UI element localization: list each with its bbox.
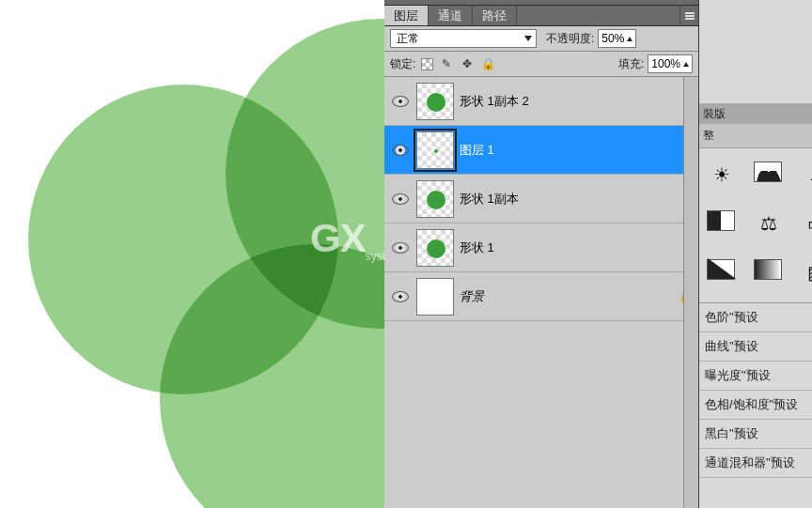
tab-adjustments[interactable]: 整 xyxy=(699,124,812,148)
layer-row[interactable]: 形状 1副本 xyxy=(384,175,698,223)
dropdown-icon xyxy=(524,36,532,41)
gradient-icon[interactable] xyxy=(754,259,782,280)
visibility-eye-icon[interactable] xyxy=(392,96,409,107)
blend-row: 正常 不透明度: 50% xyxy=(384,26,698,52)
adjustments-grid: ☀ ⟋ ⚖ ▭ ▨ xyxy=(699,148,812,303)
layer-thumbnail[interactable] xyxy=(416,278,454,316)
visibility-eye-icon[interactable] xyxy=(392,145,409,156)
layer-thumbnail[interactable] xyxy=(416,180,454,218)
tab-layers[interactable]: 图层 xyxy=(384,6,429,25)
tab-paths[interactable]: 路径 xyxy=(473,6,517,25)
layer-thumbnail[interactable] xyxy=(416,229,454,267)
layer-name-label[interactable]: 形状 1副本 xyxy=(460,191,519,208)
layer-row[interactable]: 图层 1 xyxy=(384,126,698,175)
preset-item[interactable]: 色相/饱和度"预设 xyxy=(699,391,812,420)
layer-name-label[interactable]: 背景 xyxy=(460,288,484,305)
panel-tabs: 图层 通道 路径 xyxy=(384,6,698,26)
curves-icon[interactable]: ⟋ xyxy=(801,162,812,188)
stepper-icon xyxy=(683,62,689,67)
layer-thumbnail[interactable] xyxy=(416,131,454,169)
right-panels: 裝版 整 ☀ ⟋ ⚖ ▭ ▨ 色阶"预设曲线"预设曝光度"预设色相/饱和度"预设… xyxy=(698,0,812,508)
threshold-icon[interactable] xyxy=(707,259,735,280)
preset-item[interactable]: 色阶"预设 xyxy=(699,303,812,332)
layer-name-label[interactable]: 图层 1 xyxy=(460,142,494,159)
lock-transparency-icon[interactable] xyxy=(421,58,433,70)
stepper-icon xyxy=(627,37,632,41)
preset-item[interactable]: 曝光度"预设 xyxy=(699,362,812,391)
visibility-eye-icon[interactable] xyxy=(392,193,409,205)
layer-thumbnail[interactable] xyxy=(416,83,454,120)
layer-row[interactable]: 背景🔒 xyxy=(384,272,698,321)
opacity-input[interactable]: 50% xyxy=(598,29,636,48)
preset-item[interactable]: 曲线"预设 xyxy=(699,332,812,362)
lock-row: 锁定: ✎ ✥ 🔒 填充: 100% xyxy=(384,52,698,77)
opacity-label: 不透明度: xyxy=(546,31,594,47)
layers-panel: 图层 通道 路径 正常 不透明度: 50% 锁定: ✎ ✥ 🔒 填充: 100%… xyxy=(384,0,698,508)
layers-list: 形状 1副本 2图层 1形状 1副本形状 1背景🔒 xyxy=(384,77,698,508)
layer-name-label[interactable]: 形状 1 xyxy=(460,239,494,256)
layer-row[interactable]: 形状 1副本 2 xyxy=(384,77,698,126)
levels-icon[interactable] xyxy=(754,162,782,182)
fill-input[interactable]: 100% xyxy=(648,54,693,73)
lock-move-icon[interactable]: ✥ xyxy=(460,56,475,71)
lock-label: 锁定: xyxy=(390,56,415,72)
lock-all-icon[interactable]: 🔒 xyxy=(480,56,495,71)
brightness-icon[interactable]: ☀ xyxy=(707,162,737,188)
blend-mode-value: 正常 xyxy=(397,31,419,47)
visibility-eye-icon[interactable] xyxy=(392,242,409,254)
tab-masks[interactable]: 裝版 xyxy=(699,103,812,124)
layer-row[interactable]: 形状 1 xyxy=(384,223,698,272)
preset-list: 色阶"预设曲线"预设曝光度"预设色相/饱和度"预设黑白"预设通道混和器"预设 xyxy=(699,303,812,478)
preset-item[interactable]: 黑白"预设 xyxy=(699,420,812,449)
pattern-icon[interactable]: ▨ xyxy=(801,259,812,285)
layer-name-label[interactable]: 形状 1副本 2 xyxy=(460,93,529,110)
watermark: GXsystem xyxy=(310,216,384,263)
panel-menu-button[interactable] xyxy=(679,6,698,25)
lock-brush-icon[interactable]: ✎ xyxy=(439,56,454,71)
scrollbar[interactable] xyxy=(683,77,698,508)
tab-channels[interactable]: 通道 xyxy=(429,6,473,25)
fill-label: 填充: xyxy=(618,56,644,72)
canvas-area[interactable]: GXsystem xyxy=(0,0,384,508)
contrast-icon[interactable] xyxy=(707,210,735,231)
preset-item[interactable]: 通道混和器"预设 xyxy=(699,449,812,478)
balance-icon[interactable]: ⚖ xyxy=(754,210,784,237)
visibility-eye-icon[interactable] xyxy=(392,291,409,302)
blend-mode-select[interactable]: 正常 xyxy=(390,29,537,48)
more-icon[interactable]: ▭ xyxy=(801,210,812,237)
